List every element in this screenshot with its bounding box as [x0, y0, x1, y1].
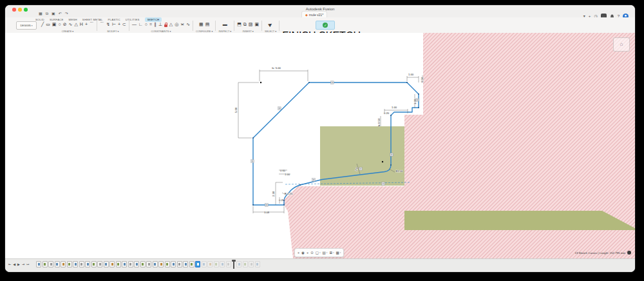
dimension-label[interactable]: 2.30 [272, 191, 275, 197]
timeline-feature-icon[interactable] [91, 261, 97, 267]
dimension-label[interactable]: fx: 5.00 [272, 66, 281, 70]
go-to-start-icon[interactable]: ⇤ [8, 262, 11, 267]
rectangle-icon[interactable]: ▭ [46, 21, 50, 28]
timeline-feature-icon[interactable] [146, 261, 151, 267]
select-cursor-icon[interactable]: ▶ [267, 21, 274, 28]
dimension-label[interactable]: 5.00 [234, 107, 238, 113]
dimension-label[interactable]: 1.00 [392, 106, 397, 109]
play-icon[interactable]: ▶ [17, 262, 20, 267]
timeline-feature-icon[interactable] [165, 261, 170, 267]
insert-derive-icon[interactable]: ⬒ [237, 21, 242, 28]
redo-icon[interactable]: ↷ [65, 12, 68, 16]
sketch-fixed-point[interactable] [382, 161, 383, 162]
ellipse-icon[interactable]: ⊘ [63, 21, 67, 28]
line-icon[interactable]: ╱ [41, 21, 44, 28]
timeline-feature-icon[interactable] [226, 261, 231, 267]
timeline-feature-icon[interactable] [55, 261, 60, 267]
undo-icon[interactable]: ↶ [59, 12, 62, 16]
dimension-label[interactable]: 0.60 [280, 169, 286, 172]
dimension-label[interactable]: 1.00 [285, 173, 290, 176]
symmetry-constraint-icon[interactable]: ≍ [180, 21, 184, 28]
sketch-fixed-point[interactable] [260, 82, 261, 83]
timeline-feature-icon[interactable] [85, 261, 90, 267]
measure-icon[interactable]: ▬ [223, 21, 227, 28]
timeline-feature-icon[interactable] [67, 261, 72, 267]
break-icon[interactable]: + [118, 21, 120, 28]
timeline-feature-icon[interactable] [79, 261, 84, 267]
circle-icon[interactable]: ○ [58, 21, 61, 28]
coincident-constraint-icon[interactable]: ∟ [138, 21, 143, 28]
timeline-feature-icon[interactable] [140, 261, 146, 267]
configure-table-icon[interactable]: ▦ [199, 21, 204, 28]
parallel-constraint-icon[interactable]: ∥ [154, 21, 156, 28]
sketch-point[interactable] [252, 204, 254, 206]
timeline-feature-icon[interactable] [116, 261, 121, 267]
slot-icon[interactable]: H [80, 21, 83, 28]
trim-icon[interactable]: ↯ [106, 21, 110, 28]
save-icon[interactable]: ▣ [52, 12, 55, 16]
timeline-scrubber[interactable] [233, 260, 234, 269]
grid-settings-icon[interactable]: ⊞ [329, 249, 332, 256]
concentric-constraint-icon[interactable]: ◎ [175, 21, 178, 28]
timeline-feature-icon[interactable] [177, 261, 182, 267]
status-circle-icon[interactable] [627, 251, 631, 255]
zoom-icon[interactable]: ⊙ [310, 249, 314, 256]
spline-icon[interactable]: ∿ [69, 21, 73, 28]
timeline-feature-icon[interactable] [36, 261, 41, 267]
timeline-feature-icon[interactable] [134, 261, 139, 267]
group-label-modify[interactable]: MODIFY ▾ [107, 30, 118, 33]
fix-lock-constraint-icon[interactable] [164, 24, 167, 27]
timeline-feature-icon[interactable] [97, 261, 102, 267]
timeline-feature-icon[interactable] [61, 261, 66, 267]
configuration-icon[interactable]: ▤ [205, 21, 210, 28]
sketch-point[interactable] [418, 107, 419, 108]
sketch-point[interactable] [299, 184, 301, 186]
dimension-label[interactable]: 1.00 [408, 73, 414, 76]
group-label-create[interactable]: CREATE ▾ [62, 30, 74, 33]
timeline-feature-icon[interactable] [183, 261, 188, 267]
fillet-icon[interactable]: ⌒ [100, 21, 104, 28]
file-icon[interactable]: ⧉ [46, 12, 48, 16]
insert-mesh-icon[interactable]: ▣ [254, 21, 259, 28]
timeline-feature-icon[interactable] [128, 261, 133, 267]
curvature-constraint-icon[interactable]: ∿ [186, 21, 190, 28]
finish-sketch-button[interactable]: ✓ [316, 21, 335, 30]
dimension-label[interactable]: R1.00 [395, 170, 403, 173]
timeline-feature-icon[interactable] [236, 261, 242, 267]
dimension-label[interactable]: R 0.25 [285, 192, 293, 195]
group-label-constraints[interactable]: CONSTRAINTS ▾ [151, 30, 171, 33]
timeline-feature-icon[interactable] [109, 261, 115, 267]
canvas-icon[interactable]: ▨ [249, 21, 253, 28]
sketch-viewport[interactable]: fx: 5.005.001.000.503.001.000.20fx 0.502… [5, 33, 635, 258]
chevron-down-icon[interactable]: ▾ [327, 251, 328, 254]
timeline-feature-icon[interactable] [43, 261, 48, 267]
group-label-inspect[interactable]: INSPECT ▾ [218, 30, 231, 33]
point-icon[interactable]: + [85, 21, 88, 28]
dimension-label[interactable]: fx 0.50 [377, 118, 381, 126]
sketch-point[interactable] [252, 137, 254, 139]
sketch-point[interactable] [283, 200, 285, 201]
group-label-configure[interactable]: CONFIGURE ▾ [196, 30, 213, 33]
group-label-insert[interactable]: INSERT ▾ [243, 30, 254, 33]
display-settings-icon[interactable]: ▤ [323, 249, 326, 256]
arc-icon[interactable]: ⌒ [90, 21, 94, 28]
timeline-feature-icon[interactable] [220, 261, 225, 267]
viewports-icon[interactable]: ▦ [336, 249, 339, 256]
dimension-label[interactable]: 0.50 [421, 77, 424, 82]
sketch-point[interactable] [308, 82, 310, 83]
timeline-feature-icon[interactable] [122, 261, 127, 267]
chevron-down-icon[interactable]: ▾ [333, 251, 334, 254]
app-grid-icon[interactable]: ▦ [39, 12, 43, 16]
chevron-down-icon[interactable]: ▾ [319, 251, 321, 254]
timeline-feature-icon[interactable] [202, 261, 207, 267]
timeline-feature-icon[interactable] [158, 261, 164, 267]
timeline-feature-icon[interactable] [249, 261, 254, 267]
look-at-icon[interactable]: ◉ [301, 249, 305, 256]
tangent-constraint-icon[interactable]: ○ [145, 21, 147, 28]
mirror-icon[interactable]: △ [74, 21, 77, 28]
timeline-feature-icon[interactable] [153, 261, 158, 267]
decal-icon[interactable]: ⧉ [243, 21, 247, 28]
pan-icon[interactable]: + [307, 249, 308, 256]
group-label-select[interactable]: SELECT ▾ [265, 30, 276, 33]
sketch-point[interactable] [406, 82, 408, 83]
